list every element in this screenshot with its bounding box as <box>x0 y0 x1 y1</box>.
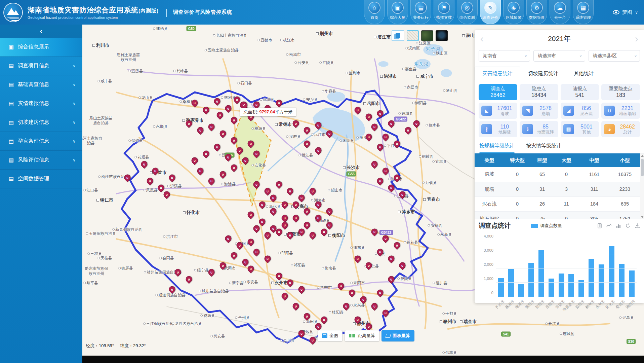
landslide-glyph-icon: ∪ <box>366 324 372 329</box>
bar-株洲市[interactable] <box>508 269 514 297</box>
table-icon: ▤ <box>9 100 14 107</box>
road-badge-G50: G50 <box>187 26 196 31</box>
sidebar-item-基础调查信息[interactable]: ▤基础调查信息∨ <box>0 75 82 94</box>
summary-label: 速报点 <box>573 86 587 92</box>
nav-tile-首页[interactable]: ⌂首页 <box>364 0 385 24</box>
table-header-row: 类型特大型巨型大型中型小型 <box>475 153 640 167</box>
chevron-down-icon: ∨ <box>634 54 637 58</box>
map-tool-面积量算[interactable]: 面积量算 <box>381 330 414 341</box>
hazard-其他[interactable]: ▦5001其他 <box>561 121 599 137</box>
landslide-glyph-icon: ∪ <box>287 280 293 285</box>
dark-basemap-thumbnail[interactable] <box>436 30 448 41</box>
sidebar-item-调查项目信息[interactable]: ▤调查项目信息∨ <box>0 57 82 75</box>
scroll-up-icon[interactable] <box>641 155 644 157</box>
bar-湘潭市[interactable] <box>518 284 524 297</box>
tab-其他统计[interactable]: 其他统计 <box>566 67 602 80</box>
landslide-glyph-icon: ∪ <box>293 202 298 208</box>
tab-灾害隐患统计[interactable]: 灾害隐患统计 <box>475 67 520 80</box>
sidebar-item-孕灾条件信息[interactable]: ▤孕灾条件信息∨ <box>0 132 82 151</box>
nav-tile-云平台[interactable]: ☁云平台 <box>550 0 570 24</box>
user-menu[interactable]: 梦图 ∨ <box>613 0 638 25</box>
region-select-1[interactable]: 请选择市∨ <box>533 50 585 62</box>
region-select-2[interactable]: 请选择县/区∨ <box>589 50 640 62</box>
bar-邵阳市[interactable] <box>538 250 544 297</box>
bar-娄底市[interactable] <box>619 264 625 297</box>
bar-常德市[interactable] <box>559 274 564 297</box>
other-icon: ▦ <box>563 124 574 134</box>
y-axis-tick: 4,000 <box>484 234 493 238</box>
tab-切坡建房统计[interactable]: 切坡建房统计 <box>520 67 566 80</box>
nav-tile-数据管理[interactable]: ⚙数据管理 <box>526 0 547 24</box>
landslide-glyph-icon: ∪ <box>394 175 400 180</box>
region-select-0[interactable]: 湖南省∨ <box>479 50 530 62</box>
hazard-地面塌陷[interactable]: ∪2231地面塌陷 <box>601 103 640 119</box>
hazard-label: 崩塌 <box>541 111 550 116</box>
sidebar-item-风险评估信息[interactable]: ▤风险评估信息∨ <box>0 151 82 170</box>
landslide-glyph-icon: ∪ <box>310 337 316 343</box>
subtab-按规模等级统计[interactable]: 按规模等级统计 <box>479 143 515 153</box>
summary-调查点[interactable]: 调查点28462 <box>479 84 517 100</box>
data-view-icon[interactable] <box>597 223 602 228</box>
landslide-glyph-icon: ∪ <box>226 235 231 241</box>
scrollbar-thumb[interactable] <box>641 159 644 176</box>
summary-速报点[interactable]: 速报点541 <box>561 84 599 100</box>
sidebar-item-综合信息展示[interactable]: ▣综合信息展示 <box>0 38 82 57</box>
map-toolbar: 全图距离量算面积量算 <box>318 330 414 341</box>
landslide-glyph-icon: ∪ <box>248 212 254 218</box>
chart-legend[interactable]: 调查点数量 <box>531 223 562 229</box>
bar-chart-toggle-icon[interactable] <box>616 223 621 228</box>
sidebar-item-切坡建房信息[interactable]: ▤切坡建房信息∨ <box>0 113 82 132</box>
satellite-basemap-thumbnail[interactable] <box>421 30 433 41</box>
hazard-地面沉降[interactable]: ⇓85地面沉降 <box>520 121 558 137</box>
download-icon[interactable] <box>635 223 640 228</box>
landslide-glyph-icon: ∪ <box>366 263 372 268</box>
sidebar-item-空间数据管理[interactable]: ▤空间数据管理 <box>0 170 82 188</box>
bar-岳阳市[interactable] <box>549 279 554 297</box>
map-tool-全图[interactable]: 全图 <box>318 330 343 341</box>
hazard-崩塌[interactable]: ◥2578崩塌 <box>520 103 558 119</box>
bar-column-怀化市: 怀化市 <box>606 240 616 297</box>
bar-郴州市[interactable] <box>589 259 594 297</box>
previous-year-button[interactable]: ‹ <box>475 30 489 47</box>
table-icon: ▤ <box>9 63 14 69</box>
next-year-button[interactable]: › <box>630 30 643 47</box>
ground-fissure-icon: ∦ <box>481 124 492 134</box>
street-basemap-thumbnail[interactable] <box>407 30 419 41</box>
hazard-滑坡[interactable]: ◣17601滑坡 <box>479 103 517 119</box>
bar-张家界市[interactable] <box>568 274 574 297</box>
subtab-按灾情等级统计[interactable]: 按灾情等级统计 <box>526 143 561 153</box>
nav-tile-调查评价[interactable]: ✎调查评价 <box>480 0 501 24</box>
nav-tile-区域预警[interactable]: ◈区域预警 <box>503 0 524 24</box>
summary-label: 隐患点 <box>532 86 546 92</box>
map-tool-label: 面积量算 <box>393 333 410 339</box>
layers-icon[interactable] <box>392 30 404 41</box>
road-badge-S41: S41 <box>501 332 511 337</box>
scroll-down-icon[interactable] <box>641 216 644 218</box>
table-scrollbar[interactable] <box>640 153 644 219</box>
sidebar-item-灾情速报信息[interactable]: ▤灾情速报信息∨ <box>0 94 82 113</box>
bar-湘西州[interactable] <box>629 270 635 297</box>
landslide-glyph-icon: ∪ <box>304 209 310 214</box>
nav-tile-系统管理[interactable]: ▦系统管理 <box>573 0 594 24</box>
summary-重要隐患点[interactable]: 重要隐患点183 <box>601 84 640 100</box>
nav-tile-业务运行[interactable]: ▤业务运行 <box>410 0 431 24</box>
landslide-glyph-icon: ∪ <box>414 120 419 126</box>
hazard-地裂缝[interactable]: ∦110地裂缝 <box>479 121 517 137</box>
nav-tile-指挥支撑[interactable]: ⚑指挥支撑 <box>434 0 454 24</box>
landslide-glyph-icon: ∪ <box>209 269 214 275</box>
landslide-glyph-icon: ∪ <box>254 102 259 108</box>
hazard-总计[interactable]: ◕28462总计 <box>601 121 640 137</box>
refresh-icon[interactable] <box>625 223 631 228</box>
map-tool-距离量算[interactable]: 距离量算 <box>345 330 379 341</box>
nav-label: 调查评价 <box>483 15 498 20</box>
nav-tile-综合大屏[interactable]: ▣综合大屏 <box>387 0 408 24</box>
line-chart-toggle-icon[interactable] <box>606 223 612 228</box>
nav-tile-综合监测[interactable]: ◎综合监测 <box>457 0 478 24</box>
summary-隐患点[interactable]: 隐患点18434 <box>520 84 558 100</box>
bar-永州市[interactable] <box>599 264 604 297</box>
hazard-泥石流[interactable]: ◢856泥石流 <box>561 103 599 119</box>
sidebar-collapse-button[interactable]: ‹ <box>0 25 82 38</box>
hazard-text: 85地面沉降 <box>536 123 556 135</box>
bar-长沙市[interactable] <box>498 278 504 297</box>
road-badge-S30: S30 <box>627 339 636 344</box>
